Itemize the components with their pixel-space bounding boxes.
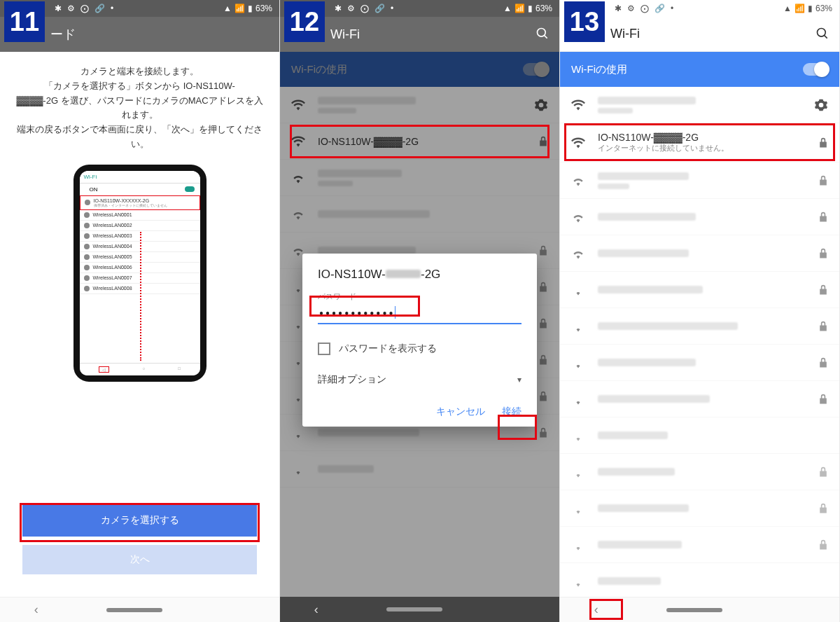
list-item: WirelessLAN0001	[80, 210, 200, 221]
wifi-icon	[571, 137, 585, 149]
gear-icon[interactable]	[814, 98, 828, 112]
connect-button[interactable]: 接続	[502, 406, 522, 418]
wifi-item[interactable]	[280, 451, 559, 488]
lock-icon	[818, 466, 828, 478]
chevron-down-icon: ▾	[517, 375, 522, 385]
wifi-use-label: Wi-Fiの使用	[291, 63, 347, 76]
step-badge-12: 12	[284, 1, 325, 42]
nav-home-pill[interactable]	[106, 608, 162, 612]
dialog-title: IO-NS110W--2G	[318, 268, 522, 282]
search-icon[interactable]	[536, 27, 550, 44]
lock-icon	[818, 539, 828, 551]
lock-icon	[818, 394, 828, 405]
wifi-switch-on[interactable]	[523, 63, 548, 76]
wifi-item[interactable]	[560, 272, 839, 308]
cancel-button[interactable]: キャンセル	[436, 406, 485, 418]
wifi-icon	[571, 357, 585, 369]
lock-icon	[818, 284, 828, 296]
wifi-item-current[interactable]	[280, 87, 559, 123]
wifi-item[interactable]	[560, 381, 839, 417]
wifi-icon	[291, 208, 305, 221]
wifi-icon	[571, 539, 585, 551]
nav-back-icon[interactable]: ‹	[314, 602, 318, 617]
body: Wi-Fiの使用 IO-NS110W-▓▓▓▓-2G インターネットに接続してい…	[560, 52, 839, 597]
lock-icon	[818, 357, 828, 368]
wifi-use-toggle-row[interactable]: Wi-Fiの使用	[280, 52, 559, 87]
wifi-icon	[571, 247, 585, 260]
wifi-item[interactable]	[560, 308, 839, 345]
nav-back-icon[interactable]: ‹	[594, 602, 598, 617]
app-bar-title: Wi-Fi	[330, 27, 360, 42]
list-item: WirelessLAN0002	[80, 221, 200, 231]
wifi-icon	[291, 99, 305, 111]
wifi-use-toggle-row[interactable]: Wi-Fiの使用	[560, 52, 839, 87]
show-password-checkbox[interactable]: パスワードを表示する	[318, 343, 522, 355]
dotted-guide-line	[140, 232, 141, 361]
wifi-icon	[571, 502, 585, 515]
wifi-icon	[571, 429, 585, 442]
wifi-item[interactable]	[560, 490, 839, 527]
advanced-options[interactable]: 詳細オプション ▾	[318, 373, 522, 386]
lock-icon	[538, 245, 548, 256]
lock-icon	[538, 427, 548, 438]
mock-target-row: IO-NS110W-XXXXXX-2G 保存済み・インターネットに接続していませ…	[80, 195, 200, 210]
nav-home-pill[interactable]	[386, 607, 442, 611]
navigation-bar: ‹	[560, 597, 839, 622]
wifi-icon	[571, 393, 585, 406]
app-bar-title: Wi-Fi	[610, 27, 640, 41]
checkbox-icon	[318, 343, 330, 355]
wifi-icon	[571, 99, 585, 111]
status-icons-right: ▲📶▮63%	[223, 4, 272, 13]
instruction-text: カメラと端末を接続します。 「カメラを選択する」ボタンから IO-NS110W-…	[15, 64, 264, 152]
lock-icon	[818, 248, 828, 259]
step-badge-13: 13	[564, 1, 605, 42]
wifi-item-target-connected[interactable]: IO-NS110W-▓▓▓▓-2G インターネットに接続していません。	[560, 123, 839, 163]
wifi-item[interactable]	[560, 163, 839, 199]
wifi-item[interactable]	[280, 196, 559, 233]
lock-icon	[538, 318, 548, 329]
wifi-item[interactable]	[560, 527, 839, 563]
wifi-item[interactable]	[560, 345, 839, 381]
wifi-item-target[interactable]: IO-NS110W-▓▓▓▓-2G	[280, 123, 559, 160]
svg-line-1	[545, 36, 547, 39]
wifi-icon	[291, 172, 305, 184]
wifi-icon	[291, 463, 305, 476]
frame-13: 13 ✱⚙⨀🔗• ▲📶▮63% Wi-Fi Wi-Fiの使用 IO-NS110W…	[560, 0, 840, 622]
lock-icon	[538, 136, 548, 147]
wifi-ssid-subtitle: インターネットに接続していません。	[598, 143, 806, 153]
wifi-item[interactable]	[560, 417, 839, 454]
wifi-item[interactable]	[560, 87, 839, 123]
nav-home-pill[interactable]	[666, 608, 722, 612]
search-icon[interactable]	[816, 27, 830, 44]
wifi-icon	[291, 427, 305, 439]
body: Wi-Fiの使用 IO-NS110W-▓▓▓▓-2G	[280, 52, 559, 597]
lock-icon	[538, 391, 548, 402]
body: カメラと端末を接続します。 「カメラを選択する」ボタンから IO-NS110W-…	[0, 52, 279, 597]
wifi-icon	[571, 174, 585, 187]
frame-11: 11 ✱⚙⨀🔗• ▲📶▮63% ード カメラと端末を接続します。 「カメラを選択…	[0, 0, 280, 622]
password-input[interactable]: ●●●●●●●●●●●●	[318, 302, 522, 324]
wifi-icon	[571, 466, 585, 478]
wifi-item[interactable]	[280, 160, 559, 196]
step-badge-11: 11	[4, 1, 45, 42]
wifi-use-label: Wi-Fiの使用	[571, 63, 627, 76]
lock-icon	[818, 137, 828, 148]
select-camera-button[interactable]: カメラを選択する	[22, 504, 257, 537]
wifi-item[interactable]	[560, 454, 839, 490]
phone-mockup: Wi-Fi ON IO-NS110W-XXXXXX-2G 保存済み・インターネッ…	[74, 165, 206, 382]
wifi-switch-on[interactable]	[803, 63, 828, 76]
nav-back-icon[interactable]: ‹	[34, 602, 38, 617]
svg-point-0	[538, 29, 546, 37]
svg-point-2	[818, 29, 826, 37]
mock-wifi-toggle: ON	[80, 184, 200, 195]
frame-12: 12 ✱⚙⨀🔗• ▲📶▮63% Wi-Fi Wi-Fiの使用 IO-NS110W…	[280, 0, 560, 622]
wifi-item[interactable]	[560, 235, 839, 272]
next-button[interactable]: 次へ	[22, 545, 257, 574]
password-label: パスワード	[318, 291, 522, 302]
gear-icon[interactable]	[534, 98, 548, 112]
lock-icon	[538, 282, 548, 293]
wifi-item[interactable]	[560, 563, 839, 597]
wifi-item[interactable]	[560, 199, 839, 235]
wifi-ssid-label: IO-NS110W-▓▓▓▓-2G	[318, 136, 419, 147]
navigation-bar: ‹	[280, 597, 559, 622]
